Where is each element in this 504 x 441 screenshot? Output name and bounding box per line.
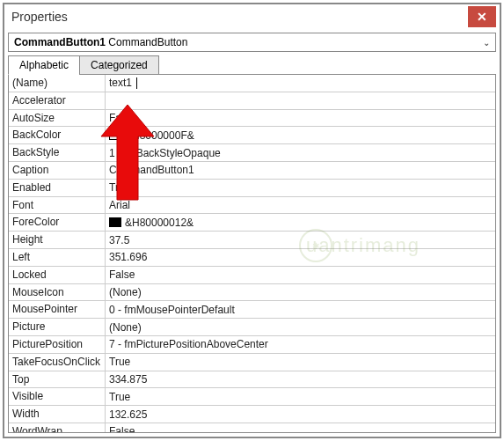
tab-label: Alphabetic	[19, 59, 69, 71]
properties-grid: (Name)text1AcceleratorAutoSizeFalseBackC…	[8, 74, 496, 433]
property-name: Caption	[9, 162, 106, 179]
property-value[interactable]: text1	[106, 75, 495, 92]
property-name: Left	[9, 249, 106, 266]
color-swatch-icon	[109, 130, 121, 140]
property-value[interactable]: True	[106, 180, 495, 196]
property-value-text: 334.875	[109, 373, 147, 386]
property-value[interactable]: False	[106, 423, 495, 433]
property-row[interactable]: CaptionCommandButton1	[9, 162, 495, 180]
property-value-text: 132.625	[109, 408, 147, 421]
property-row[interactable]: LockedFalse	[9, 267, 495, 284]
property-value[interactable]: CommandButton1	[106, 162, 495, 179]
property-name: BackColor	[9, 127, 106, 143]
property-value[interactable]: True	[106, 388, 495, 405]
property-value-text: True	[109, 181, 130, 194]
object-selector[interactable]: CommandButton1 CommandButton ⌄	[8, 33, 496, 52]
text-cursor-icon	[136, 77, 137, 89]
property-row[interactable]: BackStyle1 - fmBackStyleOpaque	[9, 144, 495, 162]
property-row[interactable]: TakeFocusOnClickTrue	[9, 354, 495, 371]
property-row[interactable]: MouseIcon(None)	[9, 284, 495, 302]
tab-categorized[interactable]: Categorized	[79, 55, 159, 75]
property-name: ForeColor	[9, 214, 106, 231]
tabs: Alphabetic Categorized	[8, 55, 496, 75]
property-value-text: 7 - fmPicturePositionAboveCenter	[109, 338, 268, 350]
property-value[interactable]: (None)	[106, 319, 495, 335]
property-row[interactable]: Width132.625	[9, 406, 495, 423]
chevron-down-icon: ⌄	[483, 38, 490, 48]
property-value-text: True	[109, 356, 130, 368]
property-row[interactable]: VisibleTrue	[9, 388, 495, 406]
property-value-text: Arial	[109, 199, 130, 211]
property-value-text: 37.5	[109, 234, 129, 246]
property-row[interactable]: Left351.696	[9, 249, 495, 267]
property-value[interactable]: (None)	[106, 284, 495, 301]
close-icon: ✕	[477, 10, 487, 24]
property-name: Font	[9, 197, 106, 214]
property-name: MousePointer	[9, 301, 106, 318]
property-value[interactable]: 132.625	[106, 406, 495, 423]
property-row[interactable]: (Name)text1	[9, 75, 495, 92]
property-row[interactable]: BackColor&H8000000F&	[9, 127, 495, 144]
property-name: BackStyle	[9, 144, 106, 161]
selected-object-type: CommandButton	[108, 36, 187, 48]
property-value-text: 351.696	[109, 251, 147, 263]
property-value[interactable]: Arial	[106, 197, 495, 214]
property-name: Width	[9, 406, 106, 423]
property-value-text: (None)	[109, 286, 142, 298]
titlebar: Properties ✕	[4, 4, 500, 29]
property-value-text: False	[109, 112, 135, 124]
property-name: Picture	[9, 319, 106, 335]
property-name: Height	[9, 232, 106, 248]
property-value[interactable]: False	[106, 267, 495, 283]
property-value-text: &H8000000F&	[125, 129, 194, 142]
property-name: WordWrap	[9, 423, 106, 433]
property-row[interactable]: Picture(None)	[9, 319, 495, 336]
color-swatch-icon	[109, 217, 121, 227]
property-value-text: 1 - fmBackStyleOpaque	[109, 147, 221, 159]
property-row[interactable]: ForeColor&H80000012&	[9, 214, 495, 232]
property-row[interactable]: WordWrapFalse	[9, 423, 495, 433]
property-name: (Name)	[9, 75, 106, 92]
property-value[interactable]	[106, 92, 495, 109]
property-value-text: &H80000012&	[125, 217, 194, 229]
property-value-text: True	[109, 391, 130, 403]
property-row[interactable]: EnabledTrue	[9, 180, 495, 197]
property-value-text: False	[109, 268, 135, 281]
property-row[interactable]: MousePointer0 - fmMousePointerDefault	[9, 301, 495, 319]
property-name: MouseIcon	[9, 284, 106, 301]
tab-alphabetic[interactable]: Alphabetic	[8, 55, 79, 75]
property-value[interactable]: 334.875	[106, 371, 495, 388]
property-value-text: (None)	[109, 321, 142, 334]
property-name: PicturePosition	[9, 336, 106, 353]
property-row[interactable]: Top334.875	[9, 371, 495, 389]
property-name: Accelerator	[9, 92, 106, 109]
property-value[interactable]: &H8000000F&	[106, 127, 495, 143]
watermark-text: uantrimang	[306, 234, 420, 257]
property-name: Enabled	[9, 180, 106, 196]
property-value[interactable]: 1 - fmBackStyleOpaque	[106, 144, 495, 161]
property-row[interactable]: Height37.5	[9, 232, 495, 249]
selected-object-name: CommandButton1	[14, 36, 106, 48]
property-name: Locked	[9, 267, 106, 283]
property-value-text: CommandButton1	[109, 164, 194, 176]
property-row[interactable]: FontArial	[9, 197, 495, 215]
property-value[interactable]: 7 - fmPicturePositionAboveCenter	[106, 336, 495, 353]
property-value[interactable]: False	[106, 110, 495, 127]
property-value-text: False	[109, 425, 135, 433]
property-name: Visible	[9, 388, 106, 405]
window-title: Properties	[11, 10, 468, 24]
property-value-text: 0 - fmMousePointerDefault	[109, 304, 235, 316]
property-value[interactable]: True	[106, 354, 495, 371]
tab-label: Categorized	[91, 59, 148, 71]
close-button[interactable]: ✕	[468, 6, 496, 27]
property-row[interactable]: Accelerator	[9, 92, 495, 110]
property-name: AutoSize	[9, 110, 106, 127]
property-row[interactable]: AutoSizeFalse	[9, 110, 495, 128]
property-name: Top	[9, 371, 106, 388]
property-value[interactable]: 0 - fmMousePointerDefault	[106, 301, 495, 318]
property-name: TakeFocusOnClick	[9, 354, 106, 371]
property-value-text: text1	[109, 77, 132, 89]
watermark: ✱ uantrimang	[299, 229, 420, 262]
property-row[interactable]: PicturePosition7 - fmPicturePositionAbov…	[9, 336, 495, 354]
